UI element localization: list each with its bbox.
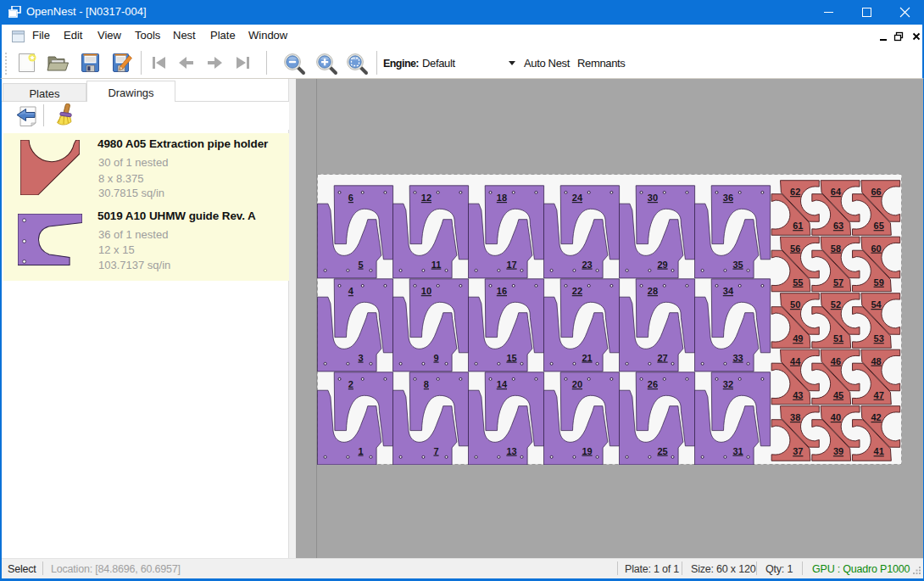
svg-text:21: 21 [582, 353, 592, 363]
svg-text:39: 39 [833, 446, 843, 456]
svg-text:43: 43 [793, 390, 803, 400]
svg-text:35: 35 [732, 260, 743, 270]
svg-text:41: 41 [874, 446, 884, 456]
svg-text:60: 60 [871, 243, 881, 254]
svg-text:57: 57 [833, 277, 843, 288]
svg-text:51: 51 [833, 333, 843, 344]
svg-text:11: 11 [431, 260, 442, 270]
svg-text:18: 18 [497, 193, 507, 203]
svg-text:10: 10 [421, 286, 431, 296]
svg-text:64: 64 [831, 187, 842, 197]
svg-text:54: 54 [871, 299, 882, 310]
svg-text:15: 15 [506, 353, 516, 363]
svg-text:52: 52 [831, 299, 841, 310]
svg-text:29: 29 [657, 260, 667, 270]
svg-text:3: 3 [358, 353, 363, 363]
svg-text:62: 62 [790, 187, 800, 197]
svg-text:33: 33 [732, 353, 743, 363]
svg-text:36: 36 [723, 193, 733, 203]
svg-text:61: 61 [793, 221, 803, 231]
svg-text:59: 59 [874, 277, 884, 288]
svg-text:8: 8 [424, 379, 429, 389]
svg-text:40: 40 [831, 412, 841, 422]
svg-text:32: 32 [723, 379, 733, 389]
svg-text:14: 14 [497, 379, 508, 389]
svg-text:48: 48 [871, 356, 881, 366]
svg-text:16: 16 [497, 286, 507, 296]
svg-text:44: 44 [790, 356, 801, 366]
svg-text:55: 55 [793, 277, 803, 288]
svg-text:58: 58 [831, 243, 841, 254]
svg-text:25: 25 [657, 446, 667, 456]
svg-text:17: 17 [506, 260, 516, 270]
svg-text:42: 42 [871, 412, 881, 422]
svg-text:23: 23 [582, 260, 592, 270]
svg-text:30: 30 [648, 193, 658, 203]
svg-text:63: 63 [833, 221, 843, 231]
svg-text:46: 46 [831, 356, 841, 366]
svg-text:66: 66 [871, 187, 881, 197]
svg-text:34: 34 [723, 286, 734, 296]
svg-text:24: 24 [572, 193, 583, 203]
svg-text:4: 4 [348, 286, 354, 296]
svg-text:38: 38 [790, 412, 800, 422]
svg-text:28: 28 [648, 286, 658, 296]
svg-text:6: 6 [348, 193, 353, 203]
svg-text:22: 22 [572, 286, 582, 296]
svg-text:53: 53 [874, 333, 884, 344]
svg-text:65: 65 [874, 221, 884, 231]
svg-text:31: 31 [732, 446, 743, 456]
svg-text:27: 27 [657, 353, 667, 363]
svg-text:19: 19 [582, 446, 592, 456]
svg-text:13: 13 [506, 446, 516, 456]
svg-text:7: 7 [433, 446, 438, 456]
svg-text:1: 1 [358, 446, 363, 456]
svg-text:5: 5 [358, 260, 363, 270]
svg-text:9: 9 [433, 353, 438, 363]
svg-text:12: 12 [421, 193, 431, 203]
svg-text:20: 20 [572, 379, 582, 389]
svg-text:49: 49 [793, 333, 803, 344]
svg-text:26: 26 [648, 379, 658, 389]
svg-text:56: 56 [790, 243, 800, 254]
svg-text:50: 50 [790, 299, 800, 310]
svg-text:2: 2 [348, 379, 353, 389]
svg-text:45: 45 [833, 390, 843, 400]
svg-text:47: 47 [874, 390, 884, 400]
svg-text:37: 37 [793, 446, 803, 456]
